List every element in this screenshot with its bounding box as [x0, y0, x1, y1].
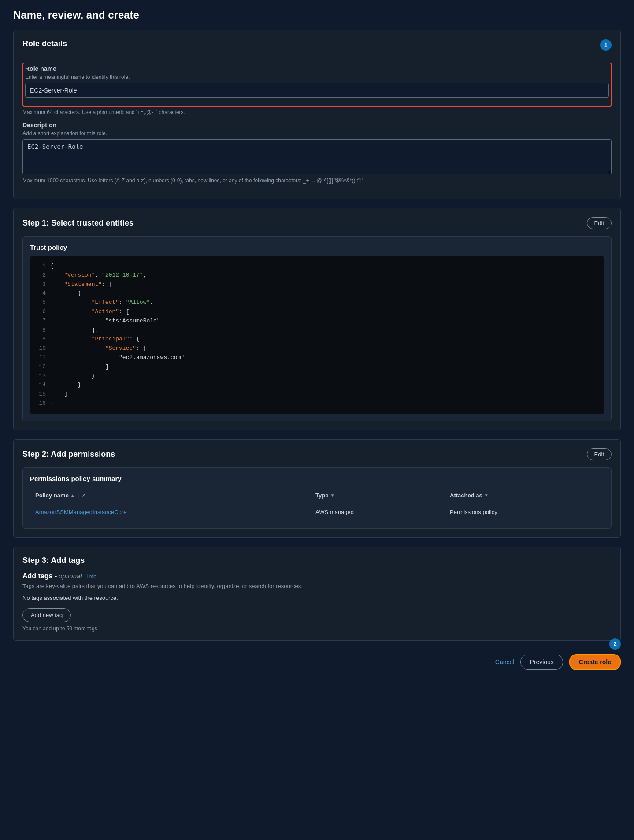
step1-title: Step 1: Select trusted entities — [22, 218, 133, 228]
step-badge-1: 1 — [600, 39, 612, 51]
col-policy-name: Policy name ▲ | ↗ — [30, 488, 310, 503]
policy-table: Policy name ▲ | ↗ Type ▼ — [30, 488, 604, 521]
step-badge-2: 2 — [609, 638, 621, 650]
optional-label: optional — [59, 572, 82, 580]
tag-hint: Tags are key-value pairs that you can ad… — [22, 583, 612, 589]
code-line: 9 "Principal": { — [37, 335, 597, 344]
code-line: 13 } — [37, 372, 597, 381]
code-line: 12 ] — [37, 363, 597, 372]
code-line: 2 "Version": "2012-10-17", — [37, 271, 597, 280]
permissions-summary-card: Permissions policy summary Policy name ▲… — [22, 467, 612, 529]
trust-policy-title: Trust policy — [30, 244, 604, 251]
permissions-summary-title: Permissions policy summary — [30, 475, 604, 482]
add-tags-card: Add tags - optional Info Tags are key-va… — [22, 572, 612, 632]
add-tags-title: Add tags - — [22, 572, 57, 580]
col-attached-as: Attached as ▼ — [445, 488, 604, 503]
info-link[interactable]: Info — [87, 573, 97, 580]
policy-type: AWS managed — [310, 503, 445, 521]
role-details-title: Role details — [22, 39, 67, 48]
role-name-note: Maximum 64 characters. Use alphanumeric … — [22, 109, 612, 115]
description-note: Maximum 1000 characters. Use letters (A-… — [22, 178, 612, 184]
add-tag-button[interactable]: Add new tag — [22, 608, 71, 622]
role-name-input[interactable] — [25, 83, 609, 98]
create-role-button[interactable]: Create role — [569, 654, 621, 670]
code-line: 11 "ec2.amazonaws.com" — [37, 353, 597, 363]
description-label: Description — [22, 122, 612, 129]
step3-section: Step 3: Add tags Add tags - optional Inf… — [13, 547, 621, 641]
policy-name-link[interactable]: AmazonSSMManagedInstanceCore — [35, 509, 126, 515]
step2-header: Step 2: Add permissions Edit — [22, 448, 612, 460]
step3-title: Step 3: Add tags — [22, 556, 612, 565]
step2-edit-button[interactable]: Edit — [587, 448, 612, 460]
tag-note: You can add up to 50 more tags. — [22, 625, 612, 632]
description-input[interactable]: EC2-Server-Role — [22, 139, 612, 174]
role-name-field-group: Role name Enter a meaningful name to ide… — [25, 65, 609, 98]
external-link-icon: ↗ — [82, 492, 85, 498]
cancel-button[interactable]: Cancel — [495, 659, 515, 666]
step1-section: Step 1: Select trusted entities Edit Tru… — [13, 208, 621, 430]
code-line: 16} — [37, 399, 597, 408]
code-line: 10 "Service": [ — [37, 344, 597, 353]
type-sort-icon[interactable]: ▼ — [330, 493, 334, 498]
role-name-hint: Enter a meaningful name to identify this… — [25, 74, 609, 80]
code-line: 14 } — [37, 381, 597, 390]
table-row: AmazonSSMManagedInstanceCoreAWS managedP… — [30, 503, 604, 521]
footer-actions: 2 Cancel Previous Create role — [13, 654, 621, 683]
role-name-label: Role name — [25, 65, 609, 72]
policy-name-sort-icon[interactable]: ▲ — [70, 493, 75, 498]
col-type: Type ▼ — [310, 488, 445, 503]
code-line: 5 "Effect": "Allow", — [37, 298, 597, 307]
code-line: 6 "Action": [ — [37, 307, 597, 317]
step1-edit-button[interactable]: Edit — [587, 217, 612, 229]
code-line: 15 ] — [37, 390, 597, 399]
code-line: 4 { — [37, 289, 597, 298]
description-hint: Add a short explanation for this role. — [22, 130, 612, 137]
no-tags-text: No tags associated with the resource. — [22, 595, 612, 601]
trust-policy-code: 1{2 "Version": "2012-10-17",3 "Statement… — [30, 256, 604, 414]
code-line: 1{ — [37, 262, 597, 271]
code-line: 3 "Statement": [ — [37, 280, 597, 289]
attached-sort-icon[interactable]: ▼ — [484, 493, 489, 498]
role-details-section: Role details 1 Role name Enter a meaning… — [13, 30, 621, 199]
step1-header: Step 1: Select trusted entities Edit — [22, 217, 612, 229]
page-title: Name, review, and create — [13, 9, 621, 21]
step2-title: Step 2: Add permissions — [22, 450, 115, 459]
role-name-wrapper: Role name Enter a meaningful name to ide… — [22, 63, 612, 107]
policy-attached-as: Permissions policy — [445, 503, 604, 521]
previous-button[interactable]: Previous — [520, 655, 563, 670]
step2-section: Step 2: Add permissions Edit Permissions… — [13, 439, 621, 538]
trust-policy-card: Trust policy 1{2 "Version": "2012-10-17"… — [22, 236, 612, 421]
code-line: 8 ], — [37, 326, 597, 335]
code-line: 7 "sts:AssumeRole" — [37, 317, 597, 326]
description-field-group: Description Add a short explanation for … — [22, 122, 612, 184]
